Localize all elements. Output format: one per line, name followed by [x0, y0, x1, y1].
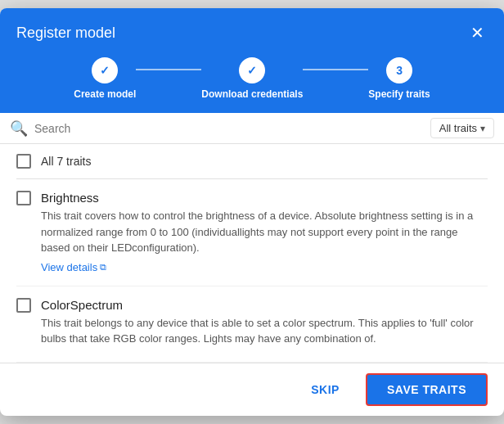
step-create-model: ✓ Create model — [74, 57, 136, 100]
save-traits-button[interactable]: SAVE TRAITS — [366, 373, 488, 406]
filter-button[interactable]: All traits ▾ — [430, 118, 494, 138]
trait-item-brightness: Brightness This trait covers how to cont… — [16, 179, 488, 286]
stepper: ✓ Create model ✓ Download credentials 3 … — [16, 57, 488, 113]
dialog-header: Register model ✕ ✓ Create model ✓ Downlo… — [0, 8, 504, 113]
step-connector-1 — [136, 69, 201, 70]
step-1-circle: ✓ — [92, 57, 118, 83]
step-2-label: Download credentials — [201, 88, 303, 100]
search-input[interactable] — [34, 114, 430, 143]
brightness-body: Brightness This trait covers how to cont… — [41, 191, 488, 274]
brightness-view-details-link[interactable]: View details ⧉ — [41, 261, 106, 273]
external-link-icon: ⧉ — [100, 262, 106, 273]
all-traits-label: All 7 traits — [41, 155, 91, 168]
colorspectrum-body: ColorSpectrum This trait belongs to any … — [41, 298, 488, 350]
step-2-circle: ✓ — [239, 57, 265, 83]
skip-button[interactable]: SKIP — [298, 377, 353, 403]
view-details-label: View details — [41, 261, 97, 273]
search-icon: 🔍 — [10, 120, 28, 138]
step-connector-2 — [303, 69, 368, 70]
colorspectrum-name: ColorSpectrum — [41, 298, 488, 312]
brightness-name: Brightness — [41, 191, 488, 205]
chevron-down-icon: ▾ — [480, 123, 485, 134]
step-3-number: 3 — [396, 64, 403, 77]
dialog-footer: SKIP SAVE TRAITS — [0, 363, 504, 416]
trait-item-colorspectrum: ColorSpectrum This trait belongs to any … — [16, 286, 488, 363]
step-3-label: Specify traits — [368, 88, 430, 100]
content-area: All 7 traits Brightness This trait cover… — [0, 144, 504, 363]
title-row: Register model ✕ — [16, 21, 488, 44]
dialog-title: Register model — [16, 25, 115, 42]
step-download-credentials: ✓ Download credentials — [201, 57, 303, 100]
step-1-checkmark: ✓ — [100, 64, 110, 77]
brightness-description: This trait covers how to control the bri… — [41, 208, 488, 256]
step-3-circle: 3 — [386, 57, 412, 83]
all-traits-checkbox[interactable] — [16, 154, 31, 169]
colorspectrum-checkbox[interactable] — [16, 298, 31, 313]
filter-label: All traits — [439, 122, 477, 134]
step-2-checkmark: ✓ — [247, 64, 257, 77]
brightness-checkbox[interactable] — [16, 191, 31, 205]
colorspectrum-description: This trait belongs to any device that is… — [41, 315, 488, 347]
all-traits-row: All 7 traits — [16, 144, 488, 179]
search-row: 🔍 All traits ▾ — [0, 113, 504, 144]
close-button[interactable]: ✕ — [467, 21, 488, 44]
register-model-dialog: Register model ✕ ✓ Create model ✓ Downlo… — [0, 8, 504, 416]
step-1-label: Create model — [74, 88, 136, 100]
step-specify-traits: 3 Specify traits — [368, 57, 430, 100]
